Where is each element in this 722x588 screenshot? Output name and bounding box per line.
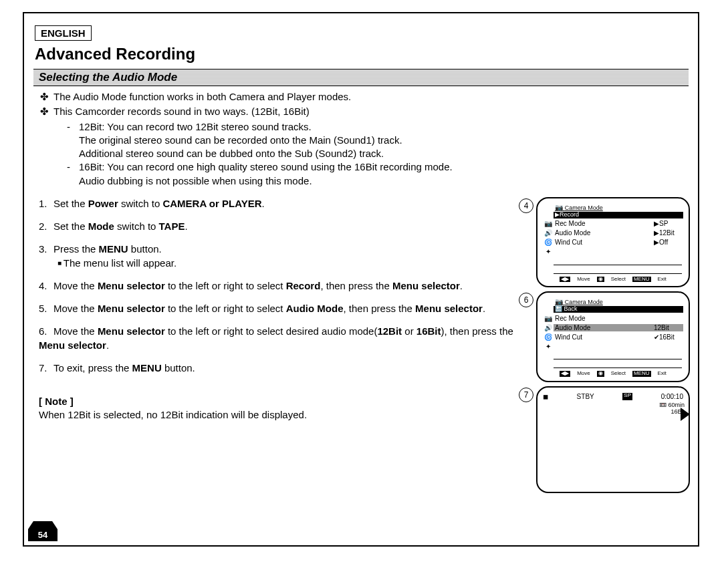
figure-number: 6 xyxy=(519,293,533,307)
time-counter: 0:00:10 xyxy=(661,393,683,400)
note-heading: [ Note ] xyxy=(39,395,513,408)
step-6: 6.Move the Menu selector to the left or … xyxy=(39,325,513,352)
figure-4: 4 Camera Mode ▶Record 📷Rec Mode▶SP 🔊Audi… xyxy=(519,197,690,288)
intro-block: ✤The Audio Mode function works in both C… xyxy=(40,90,690,188)
menu-row: ✦ xyxy=(543,341,683,351)
step-2: 2.Set the Mode switch to TAPE. xyxy=(39,220,513,233)
intro-sub: 16Bit: You can record one high quality s… xyxy=(79,160,453,174)
figure-7: 7 ◼ STBY SP 0:00:10 📼 60min 16Bit xyxy=(519,386,690,493)
lcd-screen-6: Camera Mode 🔙 Back 📷Rec Mode 🔊Audio Mode… xyxy=(536,291,690,382)
menu-row: 🌀Wind Cut▶Off xyxy=(543,238,683,247)
note-body: When 12Bit is selected, no 12Bit indicat… xyxy=(39,408,513,422)
menu-row: 🌀Wind Cut✔16Bit xyxy=(543,332,683,341)
row-icon: ✦ xyxy=(543,343,554,350)
page-number-badge: 54 xyxy=(28,521,57,541)
intro-sub: The original stereo sound can be recorde… xyxy=(79,134,402,147)
figure-number: 7 xyxy=(519,388,533,402)
menu-row: 📷Rec Mode▶SP xyxy=(543,219,683,229)
lcd-submenu: 🔙 Back xyxy=(554,306,683,313)
menu-row: 🔊Audio Mode▶12Bit xyxy=(543,229,683,238)
manual-page: ENGLISH Advanced Recording Selecting the… xyxy=(23,12,699,547)
stby-label: STBY xyxy=(577,393,594,400)
row-icon: 🔊 xyxy=(543,324,554,331)
row-icon: 📷 xyxy=(543,220,554,227)
steps-column: 1.Set the Power switch to CAMERA or PLAY… xyxy=(32,197,513,497)
row-icon: 🌀 xyxy=(543,333,554,341)
row-icon: ✦ xyxy=(543,248,554,255)
step-3: 3.Press the MENU button. The menu list w… xyxy=(39,243,513,270)
intro-sub: 12Bit: You can record two 12Bit stereo s… xyxy=(79,120,312,134)
language-badge: ENGLISH xyxy=(35,25,92,41)
intro-sub: Audio dubbing is not possible when using… xyxy=(79,174,312,188)
section-heading: Selecting the Audio Mode xyxy=(33,69,689,86)
step-5: 5.Move the Menu selector to the left or … xyxy=(39,302,513,315)
lcd-screen-4: Camera Mode ▶Record 📷Rec Mode▶SP 🔊Audio … xyxy=(536,197,690,288)
step-4: 4.Move the Menu selector to the left or … xyxy=(39,279,513,293)
lcd-footer: ◀▶Move ◉Select MENUExit xyxy=(543,371,683,377)
sp-badge: SP xyxy=(622,393,632,400)
step-1: 1.Set the Power switch to CAMERA or PLAY… xyxy=(39,197,513,210)
row-icon: 🌀 xyxy=(543,239,554,246)
menu-row: 📷Rec Mode xyxy=(543,313,683,323)
lcd-screen-7: ◼ STBY SP 0:00:10 📼 60min 16Bit xyxy=(536,386,690,493)
lcd-footer: ◀▶Move ◉Select MENUExit xyxy=(543,277,683,283)
intro-line: This Camcorder records sound in two ways… xyxy=(53,105,310,118)
intro-sub: Additional stereo sound can be dubbed on… xyxy=(79,147,384,160)
lcd-submenu: ▶Record xyxy=(554,212,683,218)
menu-row: ✦ xyxy=(543,247,683,257)
step-7: 7.To exit, press the MENU button. xyxy=(39,361,513,375)
figures-column: 4 Camera Mode ▶Record 📷Rec Mode▶SP 🔊Audi… xyxy=(519,197,690,497)
menu-row-highlighted: 🔊Audio Mode12Bit xyxy=(543,323,683,332)
row-icon: 🔊 xyxy=(543,229,554,237)
play-triangle-icon xyxy=(681,408,690,421)
rec-indicator-icon: ◼ xyxy=(543,393,548,400)
step-3-bullet: The menu list will appear. xyxy=(57,257,513,270)
lcd-mode: Camera Mode xyxy=(555,204,683,212)
figure-number: 4 xyxy=(519,198,533,213)
page-title: Advanced Recording xyxy=(35,45,690,63)
row-icon: 📷 xyxy=(543,315,554,322)
figure-6: 6 Camera Mode 🔙 Back 📷Rec Mode 🔊Audio Mo… xyxy=(519,291,690,382)
intro-line: The Audio Mode function works in both Ca… xyxy=(53,90,351,104)
